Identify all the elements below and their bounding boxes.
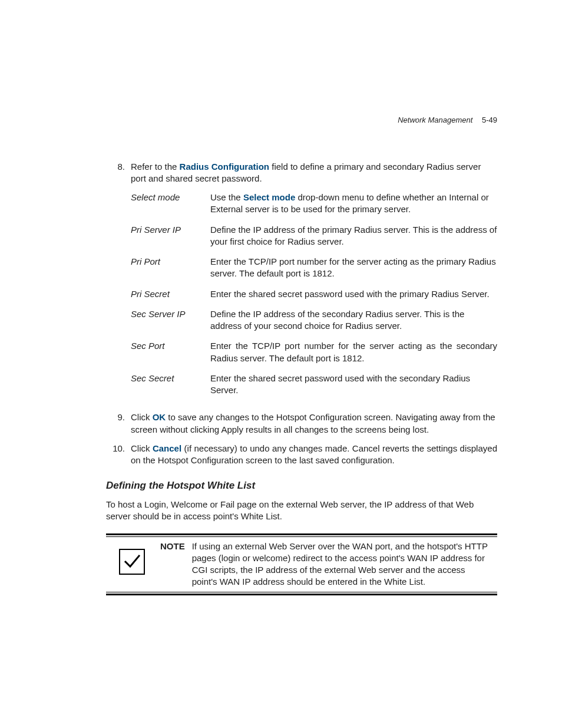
def-desc: Enter the shared secret password used wi… — [210, 373, 497, 397]
step-number: 10. — [106, 443, 131, 467]
bold-term: Radius Configuration — [180, 162, 270, 172]
step-10: 10. Click Cancel (if necessary) to undo … — [106, 443, 497, 467]
check-icon — [119, 549, 145, 575]
bold-term: Select mode — [243, 192, 295, 202]
step-number: 9. — [106, 411, 131, 436]
def-term: Select mode — [131, 192, 210, 216]
definition-table: Select mode Use the Select mode drop-dow… — [131, 192, 497, 396]
text: Use the — [210, 192, 243, 202]
def-row: Pri Server IP Define the IP address of t… — [131, 224, 497, 248]
def-row: Sec Port Enter the TCP/IP port number fo… — [131, 340, 497, 364]
header-title: Network Management — [398, 116, 472, 124]
def-term: Sec Secret — [131, 373, 210, 397]
note-inner: NOTE If using an external Web Server ove… — [106, 536, 497, 592]
def-term: Sec Port — [131, 340, 210, 364]
step-list: 8. Refer to the Radius Configuration fie… — [106, 161, 497, 467]
def-term: Pri Server IP — [131, 224, 210, 248]
step-body: Click Cancel (if necessary) to undo any … — [131, 443, 497, 467]
def-term: Pri Port — [131, 256, 210, 280]
running-header: Network Management 5-49 — [106, 115, 497, 126]
page-content: Network Management 5-49 8. Refer to the … — [0, 0, 562, 595]
step-8: 8. Refer to the Radius Configuration fie… — [106, 161, 497, 405]
section-heading: Defining the Hotspot White List — [106, 479, 497, 493]
text: to save any changes to the Hotspot Confi… — [131, 412, 495, 434]
bold-term: OK — [153, 412, 166, 422]
def-desc: Enter the TCP/IP port number for the ser… — [210, 340, 497, 364]
note-text: If using an external Web Server over the… — [192, 541, 491, 588]
def-term: Pri Secret — [131, 288, 210, 300]
section-intro: To host a Login, Welcome or Fail page on… — [106, 499, 497, 523]
step-number: 8. — [106, 161, 131, 405]
def-row: Sec Server IP Define the IP address of t… — [131, 308, 497, 332]
text: Refer to the — [131, 162, 180, 172]
note-body: NOTE If using an external Web Server ove… — [160, 541, 495, 588]
def-desc: Enter the TCP/IP port number for the ser… — [210, 256, 497, 280]
def-row: Select mode Use the Select mode drop-dow… — [131, 192, 497, 216]
step-body: Refer to the Radius Configuration field … — [131, 161, 497, 405]
note-label: NOTE — [160, 541, 185, 588]
step-body: Click OK to save any changes to the Hots… — [131, 411, 497, 436]
def-row: Pri Secret Enter the shared secret passw… — [131, 288, 497, 300]
def-desc: Enter the shared secret password used wi… — [210, 288, 497, 300]
text: Click — [131, 443, 153, 453]
def-term: Sec Server IP — [131, 308, 210, 332]
def-row: Sec Secret Enter the shared secret passw… — [131, 373, 497, 397]
def-desc: Define the IP address of the secondary R… — [210, 308, 497, 332]
def-desc: Define the IP address of the primary Rad… — [210, 224, 497, 248]
text: Click — [131, 412, 153, 422]
text: (if necessary) to undo any changes made.… — [131, 443, 497, 465]
bold-term: Cancel — [153, 443, 181, 453]
def-row: Pri Port Enter the TCP/IP port number fo… — [131, 256, 497, 280]
step-9: 9. Click OK to save any changes to the H… — [106, 411, 497, 436]
header-page-number: 5-49 — [482, 116, 497, 124]
def-desc: Use the Select mode drop-down menu to de… — [210, 192, 497, 216]
note-box: NOTE If using an external Web Server ove… — [106, 533, 497, 595]
